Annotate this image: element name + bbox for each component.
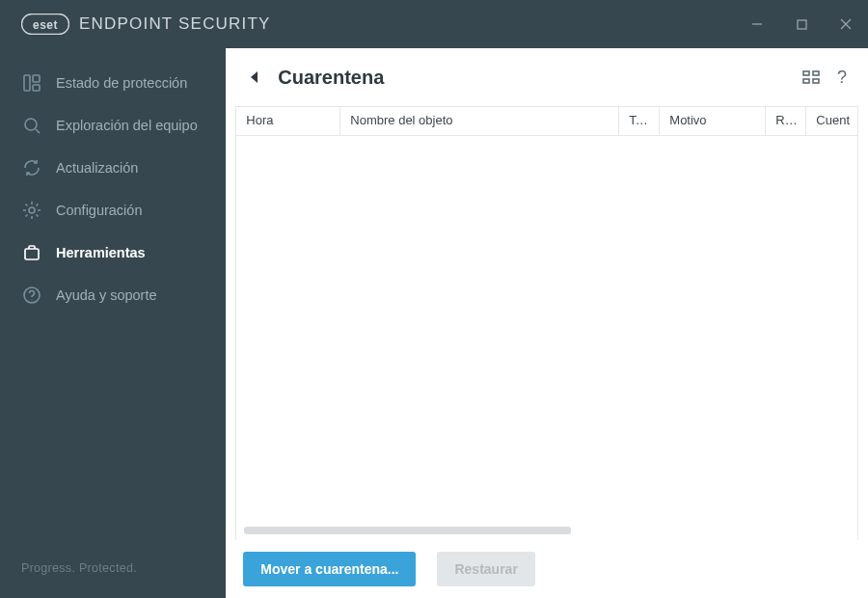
page-header: Cuarentena ? — [226, 48, 868, 106]
window-controls — [735, 0, 868, 48]
svg-marker-14 — [251, 71, 258, 83]
view-options-icon — [802, 70, 820, 84]
page-title: Cuarentena — [278, 67, 384, 89]
brand-logo: eset — [21, 14, 69, 35]
back-button[interactable] — [241, 64, 268, 91]
chevron-left-icon — [249, 70, 260, 84]
close-button[interactable] — [824, 0, 868, 48]
column-header-size[interactable]: Tam... — [619, 107, 660, 135]
move-to-quarantine-button[interactable]: Mover a cuarentena... — [243, 552, 416, 586]
sidebar-item-label: Actualización — [56, 160, 138, 176]
svg-rect-18 — [813, 79, 819, 83]
minimize-icon — [751, 18, 763, 30]
main-content: Cuarentena ? Hora Nombre del objeto Tam.… — [226, 48, 868, 598]
svg-rect-2 — [798, 20, 806, 29]
question-mark-icon: ? — [837, 68, 847, 88]
help-button[interactable]: ? — [837, 68, 847, 88]
maximize-button[interactable] — [779, 0, 824, 48]
sidebar-item-help[interactable]: Ayuda y soporte — [0, 274, 226, 316]
svg-rect-15 — [803, 71, 809, 75]
svg-rect-11 — [25, 249, 39, 259]
svg-rect-16 — [803, 79, 809, 83]
horizontal-scrollbar-thumb[interactable] — [244, 527, 571, 534]
svg-rect-6 — [33, 75, 40, 82]
table-body-empty — [236, 136, 857, 540]
sidebar-item-update[interactable]: Actualización — [0, 147, 226, 189]
svg-line-9 — [36, 129, 40, 133]
column-header-user[interactable]: Cuent — [806, 107, 857, 135]
restore-button[interactable]: Restaurar — [437, 552, 534, 586]
sidebar-item-label: Exploración del equipo — [56, 118, 198, 133]
svg-rect-5 — [24, 75, 30, 91]
minimize-button[interactable] — [735, 0, 779, 48]
svg-rect-17 — [813, 71, 819, 75]
scan-icon — [21, 116, 42, 135]
sidebar-item-label: Configuración — [56, 203, 142, 218]
close-icon — [840, 18, 852, 30]
svg-rect-7 — [33, 85, 40, 91]
column-header-reason[interactable]: Motivo — [660, 107, 766, 135]
svg-point-13 — [31, 299, 32, 300]
maximize-icon — [797, 19, 807, 30]
settings-icon — [21, 201, 42, 220]
sidebar-item-setup[interactable]: Configuración — [0, 189, 226, 231]
column-header-object-name[interactable]: Nombre del objeto — [340, 107, 619, 135]
sidebar-item-label: Ayuda y soporte — [56, 287, 157, 303]
sidebar-item-computer-scan[interactable]: Exploración del equipo — [0, 104, 226, 147]
view-options-button[interactable] — [802, 70, 820, 84]
table-header-row: Hora Nombre del objeto Tam... Motivo Rec… — [236, 107, 857, 136]
column-header-count[interactable]: Rec... — [766, 107, 806, 135]
sidebar: Estado de protección Exploración del equ… — [0, 48, 226, 598]
sidebar-item-label: Herramientas — [56, 245, 146, 260]
tools-icon — [21, 243, 42, 262]
horizontal-scrollbar[interactable] — [244, 527, 850, 534]
action-bar: Mover a cuarentena... Restaurar — [226, 540, 868, 598]
svg-point-8 — [25, 119, 37, 130]
column-header-time[interactable]: Hora — [236, 107, 340, 135]
dashboard-icon — [21, 73, 42, 93]
help-icon — [21, 285, 42, 305]
title-bar: eset ENDPOINT SECURITY — [0, 0, 868, 48]
sidebar-item-label: Estado de protección — [56, 75, 187, 91]
brand-logo-text: eset — [33, 18, 58, 32]
update-icon — [21, 158, 42, 177]
svg-point-10 — [29, 207, 35, 213]
svg-point-12 — [24, 287, 40, 303]
sidebar-item-tools[interactable]: Herramientas — [0, 231, 226, 274]
quarantine-table: Hora Nombre del objeto Tam... Motivo Rec… — [235, 106, 858, 540]
sidebar-item-protection-status[interactable]: Estado de protección — [0, 62, 226, 104]
sidebar-footer-tagline: Progress. Protected. — [0, 561, 226, 598]
brand-product-name: ENDPOINT SECURITY — [79, 14, 271, 34]
